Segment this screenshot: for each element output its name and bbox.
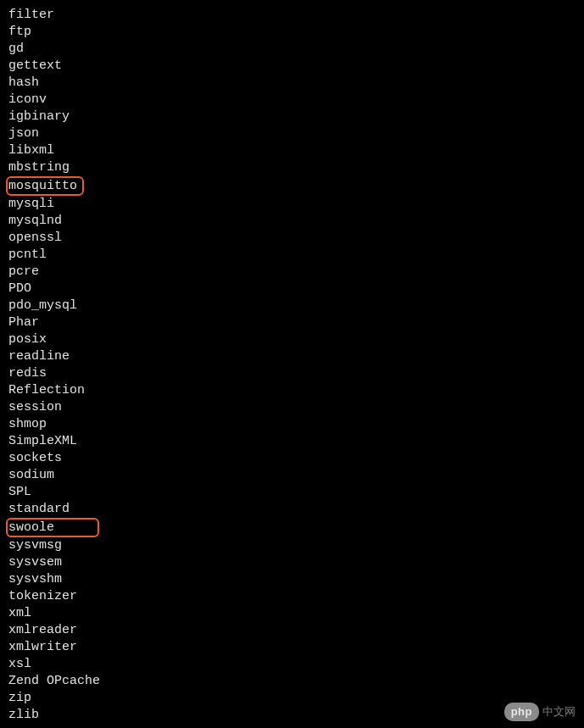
module-item: zip — [8, 690, 576, 707]
module-name: sodium — [8, 468, 54, 482]
module-name: openssl — [8, 231, 62, 245]
module-item: standard — [8, 501, 576, 518]
module-item: swoole — [8, 518, 576, 537]
module-name: xmlreader — [8, 623, 77, 637]
module-name: iconv — [8, 92, 47, 107]
module-name: xml — [8, 606, 31, 620]
module-name: posix — [8, 332, 47, 347]
module-name: gd — [8, 42, 24, 56]
module-name: xmlwriter — [8, 640, 77, 654]
module-name: mysqli — [8, 197, 54, 211]
module-item: tokenizer — [8, 588, 576, 605]
module-item: json — [8, 125, 576, 142]
module-name: redis — [8, 366, 47, 381]
module-name: pdo_mysql — [8, 298, 77, 313]
module-name: gettext — [8, 58, 62, 73]
module-item: mosquitto — [8, 176, 576, 196]
module-name: pcre — [8, 264, 39, 279]
module-item: xsl — [8, 656, 576, 673]
module-item: mysqlnd — [8, 213, 576, 230]
module-name: PDO — [8, 281, 31, 296]
watermark: php 中文网 — [504, 703, 576, 721]
module-item: redis — [8, 365, 576, 382]
module-item: igbinary — [8, 108, 576, 125]
module-item: posix — [8, 331, 576, 348]
module-name: pcntl — [8, 247, 47, 262]
module-item: ftp — [8, 24, 576, 41]
module-name: sockets — [8, 451, 62, 465]
module-item: session — [8, 399, 576, 416]
module-name: Reflection — [8, 383, 85, 397]
module-name: swoole — [8, 520, 54, 535]
highlight-annotation: mosquitto — [6, 176, 84, 196]
module-item: SPL — [8, 484, 576, 501]
module-item: readline — [8, 348, 576, 365]
module-item: xmlwriter — [8, 639, 576, 656]
watermark-pill: php — [504, 703, 539, 721]
module-item: gd — [8, 41, 576, 58]
module-item: PDO — [8, 281, 576, 297]
module-item: openssl — [8, 230, 576, 247]
module-item: sodium — [8, 467, 576, 484]
module-name: libxml — [8, 143, 54, 158]
module-item: gettext — [8, 58, 576, 75]
module-item: libxml — [8, 142, 576, 159]
module-item: Reflection — [8, 382, 576, 399]
module-item: SimpleXML — [8, 433, 576, 450]
module-name: json — [8, 126, 39, 141]
watermark-text: 中文网 — [542, 703, 576, 720]
module-name: tokenizer — [8, 589, 77, 603]
module-item: iconv — [8, 92, 576, 108]
module-name: Zend OPcache — [8, 674, 100, 688]
module-name: ftp — [8, 25, 31, 39]
module-name: mbstring — [8, 160, 70, 175]
module-item: sockets — [8, 450, 576, 467]
module-item: shmop — [8, 416, 576, 433]
module-item: filter — [8, 7, 576, 24]
module-item: pcre — [8, 264, 576, 281]
module-item: mysqli — [8, 196, 576, 213]
module-name: SimpleXML — [8, 434, 77, 448]
module-name: mosquitto — [8, 179, 77, 193]
module-name: session — [8, 400, 62, 414]
module-name: hash — [8, 75, 39, 90]
module-item: pdo_mysql — [8, 297, 576, 314]
highlight-annotation: swoole — [6, 518, 99, 537]
php-modules-list: filterftpgdgettexthashiconvigbinaryjsonl… — [8, 7, 576, 724]
module-name: xsl — [8, 657, 31, 671]
module-item: sysvmsg — [8, 537, 576, 554]
module-item: Zend OPcache — [8, 673, 576, 690]
module-item: hash — [8, 75, 576, 92]
module-item: Phar — [8, 314, 576, 331]
module-item: xml — [8, 605, 576, 622]
module-item: sysvsem — [8, 554, 576, 571]
module-name: mysqlnd — [8, 214, 62, 228]
module-item: mbstring — [8, 159, 576, 176]
module-name: SPL — [8, 485, 31, 499]
module-item: xmlreader — [8, 622, 576, 639]
module-name: shmop — [8, 417, 47, 431]
module-name: sysvsem — [8, 555, 62, 570]
module-item: sysvshm — [8, 571, 576, 588]
module-name: standard — [8, 502, 70, 516]
module-name: readline — [8, 349, 70, 364]
module-name: sysvshm — [8, 572, 62, 586]
module-name: zlib — [8, 708, 39, 722]
module-item: pcntl — [8, 247, 576, 264]
module-name: filter — [8, 8, 54, 22]
module-name: zip — [8, 691, 31, 705]
module-item: zlib — [8, 707, 576, 724]
module-name: Phar — [8, 315, 39, 330]
module-name: sysvmsg — [8, 538, 62, 553]
module-name: igbinary — [8, 109, 70, 124]
